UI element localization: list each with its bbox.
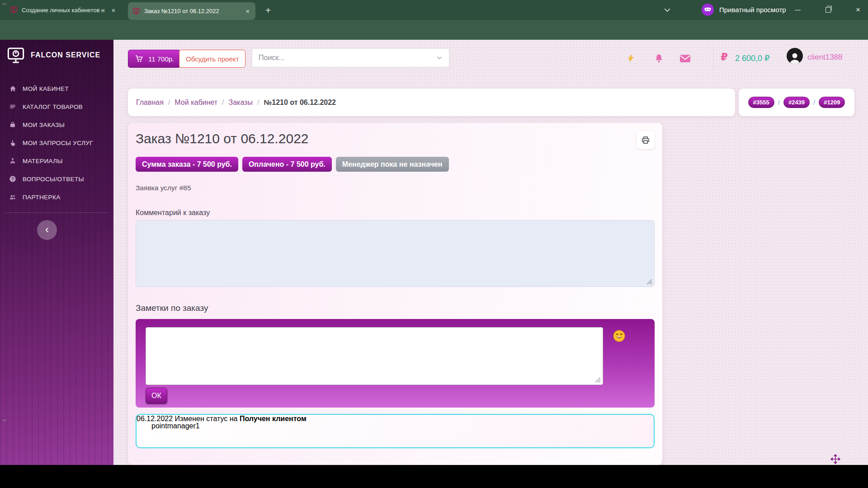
username-link[interactable]: client1388 — [807, 53, 843, 62]
sidebar-nav: МОЙ КАБИНЕТ КАТАЛОГ ТОВАРОВ МОИ ЗАКАЗЫ М… — [0, 80, 113, 206]
history-user-badge[interactable]: pointmanager1 — [144, 421, 200, 432]
breadcrumb-home[interactable]: Главная — [136, 99, 164, 107]
private-label: Приватный просмотр — [719, 6, 786, 14]
tab-title: Создание личных кабинетов н — [22, 7, 105, 14]
notes-box: ОК — [136, 319, 655, 408]
related-order-badge[interactable]: #1209 — [819, 97, 845, 108]
site-favicon-icon — [132, 8, 141, 15]
order-sum-badge: Сумма заказа - 7 500 руб. — [136, 157, 238, 172]
comment-textarea[interactable] — [136, 220, 655, 287]
brand[interactable]: FALCON SERVICE — [6, 46, 100, 64]
expand-arrows-icon[interactable] — [830, 454, 841, 465]
private-mask-icon — [702, 4, 714, 16]
app-sidebar: FALCON SERVICE МОЙ КАБИНЕТ КАТАЛОГ ТОВАР… — [0, 40, 113, 465]
history-entry: pointmanager1 06.12.2022 Изменен статус … — [136, 414, 655, 448]
breadcrumb: Главная / Мой кабинет / Заказы / №1210 о… — [128, 89, 735, 116]
service-request-link[interactable]: Заявка услуг #85 — [136, 184, 655, 192]
list-all-tabs-icon[interactable] — [663, 6, 672, 14]
caret-down-icon — [436, 56, 443, 60]
person-icon — [144, 423, 149, 429]
scroll-down-icon — [2, 418, 7, 422]
browser-tab-inactive[interactable]: Создание личных кабинетов н × — [5, 3, 121, 17]
sidebar-item-partnership[interactable]: ПАРТНЕРКА — [0, 188, 113, 206]
page-title: Заказ №1210 от 06.12.2022 — [136, 131, 309, 146]
header-divider — [713, 47, 714, 69]
cart-icon — [134, 54, 144, 63]
related-order-badge[interactable]: #2439 — [783, 97, 810, 108]
window-minimize-button[interactable] — [788, 0, 807, 20]
box-icon — [8, 157, 17, 164]
resize-grip-icon[interactable] — [595, 377, 601, 383]
messages-envelope-icon[interactable] — [679, 52, 691, 64]
comment-label: Комментарий к заказу — [136, 209, 655, 217]
sidebar-collapse-button[interactable] — [37, 220, 57, 240]
notes-textarea[interactable] — [146, 327, 603, 385]
ruble-icon: ₽ — [721, 51, 728, 63]
tab-title: Заказ №1210 от 06.12.2022 — [144, 8, 239, 14]
browser-toolbar: service.web-automation.ru/myorder/1441 9… — [0, 20, 868, 40]
tab-close-icon[interactable]: × — [108, 5, 118, 15]
order-card: Заказ №1210 от 06.12.2022 Сумма заказа -… — [128, 123, 662, 465]
discuss-project-button[interactable]: Обсудить проект — [179, 50, 245, 68]
sidebar-item-cabinet[interactable]: МОЙ КАБИНЕТ — [0, 80, 113, 98]
breadcrumb-orders[interactable]: Заказы — [228, 99, 252, 107]
question-circle-icon — [8, 175, 17, 183]
balance-amount[interactable]: 2 600,0 ₽ — [735, 53, 770, 63]
related-order-badge[interactable]: #3555 — [748, 97, 774, 108]
bag-icon — [8, 121, 17, 128]
notes-label: Заметки по заказу — [136, 303, 655, 313]
notifications-bell-icon[interactable] — [653, 52, 665, 64]
browser-tab-active[interactable]: Заказ №1210 от 06.12.2022 × — [128, 2, 255, 20]
browser-titlebar: Создание личных кабинетов н × Заказ №121… — [0, 0, 868, 20]
tab-close-icon[interactable]: × — [243, 6, 253, 16]
private-browsing-indicator: Приватный просмотр — [702, 4, 786, 16]
grin-emoji-icon[interactable] — [613, 330, 625, 342]
breadcrumb-current: №1210 от 06.12.2022 — [264, 99, 336, 107]
manager-badge: Менеджер пока не назначен — [336, 157, 449, 172]
scroll-up-icon — [2, 2, 7, 6]
list-icon — [8, 103, 17, 110]
hand-pointer-icon — [8, 139, 17, 147]
user-avatar[interactable] — [787, 48, 803, 64]
cart-button[interactable]: 11 700р. — [128, 50, 180, 68]
lightning-icon[interactable] — [625, 52, 637, 64]
sidebar-item-faq[interactable]: ВОПРОСЫ/ОТВЕТЫ — [0, 170, 113, 188]
cart-total: 11 700р. — [148, 55, 174, 63]
related-orders: #3555 / #2439 / #1209 — [739, 89, 854, 116]
new-tab-button[interactable]: + — [262, 5, 274, 16]
sidebar-divider — [5, 212, 108, 213]
screen: Создание личных кабинетов н × Заказ №121… — [0, 0, 868, 488]
search-placeholder: Поиск... — [259, 54, 285, 62]
home-icon — [8, 85, 17, 92]
search-select[interactable]: Поиск... — [252, 48, 449, 67]
sidebar-item-orders[interactable]: МОИ ЗАКАЗЫ — [0, 116, 113, 134]
sidebar-item-catalog[interactable]: КАТАЛОГ ТОВАРОВ — [0, 98, 113, 116]
users-icon — [8, 194, 17, 201]
window-restore-button[interactable] — [818, 0, 838, 20]
sidebar-item-service-requests[interactable]: МОИ ЗАПРОСЫ УСЛУГ — [0, 134, 113, 152]
sidebar-item-materials[interactable]: МАТЕРИАЛЫ — [0, 152, 113, 170]
brand-name: FALCON SERVICE — [31, 51, 100, 59]
site-favicon-icon — [10, 6, 18, 14]
breadcrumb-cabinet[interactable]: Мой кабинет — [175, 99, 217, 107]
window-close-button[interactable]: × — [848, 0, 868, 20]
order-paid-badge: Оплачено - 7 500 руб. — [242, 157, 332, 172]
notes-ok-button[interactable]: ОК — [146, 388, 167, 404]
falcon-logo-icon — [6, 46, 25, 64]
print-button[interactable] — [637, 131, 655, 149]
resize-grip-icon[interactable] — [646, 279, 652, 285]
